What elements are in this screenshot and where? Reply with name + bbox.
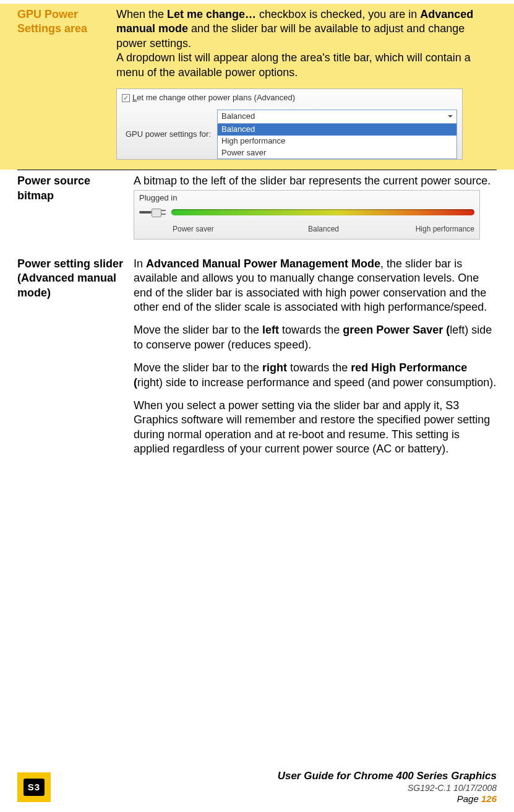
paragraph: A bitmap to the left of the slider bar r… <box>134 175 490 187</box>
row-label: Power source bitmap <box>17 174 134 203</box>
text-bold: Advanced Manual Power Management Mode <box>146 257 380 270</box>
dropdown-selected[interactable]: Balanced <box>217 110 457 124</box>
checkbox-icon[interactable]: ✓ <box>122 94 130 102</box>
dropdown-option[interactable]: Power saver <box>218 147 456 159</box>
checkbox-label[interactable]: Let me change other power plans (Advance… <box>132 93 295 103</box>
row-body: In Advanced Manual Power Management Mode… <box>134 257 497 465</box>
text: In <box>134 257 146 270</box>
slider-label-left: Power saver <box>173 225 273 235</box>
gpu-power-settings-row: GPU Power Settings area When the Let me … <box>0 4 514 170</box>
paragraph: When the Let me change… checkbox is chec… <box>116 7 497 80</box>
footer-page: Page 126 <box>278 793 497 805</box>
row-label: Power setting slider (Advanced manual mo… <box>17 257 134 300</box>
slider-label-mid: Balanced <box>273 225 374 235</box>
text: towards the <box>279 324 343 336</box>
power-slider-track[interactable] <box>171 209 474 215</box>
page-number: 126 <box>481 793 497 804</box>
paragraph: When you select a power setting via the … <box>134 399 497 457</box>
text: et me change other power plans (Advanced… <box>137 93 295 102</box>
screenshot-dropdown: ✓ Let me change other power plans (Advan… <box>116 89 463 160</box>
dropdown-list: Balanced High performance Power saver <box>217 124 457 160</box>
power-slider-row: Power setting slider (Advanced manual mo… <box>17 244 497 470</box>
row-label: GPU Power Settings area <box>0 7 116 37</box>
text: right) side to increase performance and … <box>137 376 496 389</box>
dropdown-option[interactable]: Balanced <box>218 124 456 136</box>
text: A dropdown list will appear along the ar… <box>116 51 471 78</box>
text: Move the slider bar to the <box>134 361 262 374</box>
dropdown-option[interactable]: High performance <box>218 136 456 147</box>
slider-label-right: High performance <box>374 225 474 235</box>
paragraph: In Advanced Manual Power Management Mode… <box>134 257 497 315</box>
power-plan-dropdown[interactable]: Balanced Balanced High performance Power… <box>217 110 457 160</box>
screenshot-slider: Plugged in Power saver Balanced High per… <box>134 190 480 240</box>
text-bold: green Power Saver ( <box>343 324 450 336</box>
row-body: A bitmap to the left of the slider bar r… <box>134 174 497 239</box>
power-source-bitmap-row: Power source bitmap A bitmap to the left… <box>17 170 497 244</box>
plugged-in-label: Plugged in <box>139 193 474 204</box>
text: Move the slider bar to the <box>134 324 262 336</box>
text: When the <box>116 8 167 20</box>
text-bold: left <box>262 324 279 336</box>
paragraph: Move the slider bar to the left towards … <box>134 323 497 352</box>
text-bold: Let me change… <box>167 8 256 20</box>
field-label: GPU power settings for: <box>126 129 211 140</box>
footer-title: User Guide for Chrome 400 Series Graphic… <box>278 769 497 782</box>
text-bold: right <box>262 361 287 374</box>
page-footer: S3 User Guide for Chrome 400 Series Grap… <box>0 770 514 805</box>
plug-icon <box>139 206 166 218</box>
text: towards the <box>287 361 351 374</box>
row-body: When the Let me change… checkbox is chec… <box>116 7 514 160</box>
paragraph: Move the slider bar to the right towards… <box>134 361 497 390</box>
logo-text: S3 <box>24 779 45 796</box>
page-label: Page <box>457 793 481 804</box>
text: checkbox is checked, you are in <box>256 8 420 20</box>
footer-doc-info: SG192-C.1 10/17/2008 <box>278 783 497 794</box>
s3-logo: S3 <box>17 772 51 802</box>
